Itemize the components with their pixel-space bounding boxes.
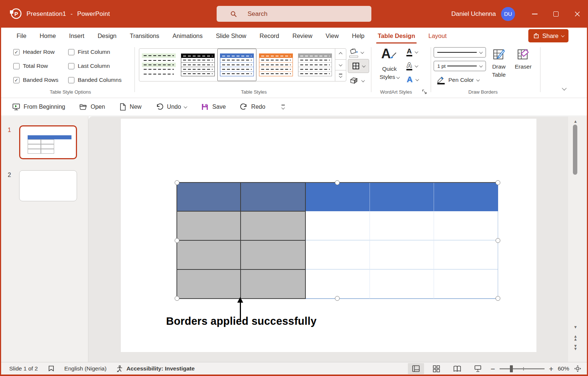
total-row-checkbox[interactable] [13, 63, 20, 69]
quick-styles-button[interactable]: A [379, 47, 400, 60]
search-input[interactable]: Search [217, 6, 371, 22]
reading-view-button[interactable] [449, 363, 465, 374]
accessibility-status[interactable]: Accessibility: Investigate [116, 365, 195, 372]
gallery-scroll-down-button[interactable] [335, 60, 346, 71]
last-column-checkbox[interactable] [68, 63, 74, 69]
table-style-light-green[interactable] [139, 49, 178, 81]
resize-handle-bottom-right[interactable] [496, 296, 500, 301]
text-outline-button[interactable]: A [406, 62, 418, 70]
tab-insert[interactable]: Insert [63, 28, 91, 44]
wordart-dialog-launcher-icon[interactable] [422, 89, 427, 94]
eraser-button[interactable]: Eraser [512, 48, 534, 71]
from-beginning-icon [12, 103, 20, 111]
maximize-button[interactable] [545, 0, 567, 28]
tab-slide-show[interactable]: Slide Show [209, 28, 253, 44]
scrollbar-thumb[interactable] [573, 125, 577, 175]
tab-review[interactable]: Review [286, 28, 319, 44]
normal-view-button[interactable] [408, 363, 424, 374]
banded-columns-checkbox[interactable] [68, 77, 74, 83]
undo-button[interactable]: Undo [155, 103, 187, 111]
slide-sorter-view-button[interactable] [428, 363, 445, 374]
zoom-in-button[interactable]: + [549, 365, 553, 373]
table-style-dark-black[interactable] [178, 49, 217, 81]
zoom-slider[interactable] [500, 368, 545, 369]
user-name[interactable]: Daniel Uchenna [451, 10, 496, 18]
resize-handle-top-center[interactable] [335, 180, 340, 185]
qat-overflow-button[interactable] [281, 105, 285, 109]
undo-chevron-icon[interactable] [184, 105, 188, 108]
zoom-out-button[interactable]: − [490, 365, 495, 373]
table-style-medium-orange[interactable] [256, 49, 295, 81]
effects-chevron-icon [361, 79, 365, 82]
table-style-medium-gray[interactable] [295, 49, 335, 81]
minimize-button[interactable] [524, 0, 545, 28]
resize-handle-middle-left[interactable] [175, 238, 179, 243]
tab-home[interactable]: Home [33, 28, 63, 44]
tab-file[interactable]: File [10, 28, 33, 44]
option-header-row[interactable]: ✓ Header Row [13, 49, 55, 55]
pen-color-button[interactable]: Pen Color [436, 75, 479, 85]
first-column-checkbox[interactable] [68, 49, 74, 55]
undo-icon [155, 103, 164, 111]
tab-layout[interactable]: Layout [422, 28, 454, 44]
close-button[interactable] [567, 0, 588, 28]
tab-view[interactable]: View [319, 28, 345, 44]
zoom-level[interactable]: 60% [558, 365, 569, 372]
tab-record[interactable]: Record [253, 28, 286, 44]
from-beginning-button[interactable]: From Beginning [12, 103, 65, 111]
draw-table-button[interactable]: Draw Table [488, 48, 510, 79]
spell-check-icon[interactable] [48, 365, 55, 372]
banded-rows-checkbox[interactable]: ✓ [13, 77, 20, 83]
gallery-scroll-up-button[interactable] [335, 49, 346, 60]
option-banded-rows[interactable]: ✓ Banded Rows [13, 77, 59, 83]
border-weight-select[interactable]: 1 pt [434, 61, 486, 71]
shading-button[interactable] [349, 48, 364, 58]
zoom-slider-thumb[interactable] [510, 365, 513, 372]
new-button[interactable]: New [119, 103, 141, 111]
option-total-row[interactable]: Total Row [13, 63, 48, 69]
table-style-medium-blue-selected[interactable] [217, 49, 256, 81]
text-effects-button[interactable]: A [406, 76, 419, 84]
effects-button[interactable] [349, 76, 364, 85]
table-header-cells[interactable] [305, 182, 498, 211]
resize-handle-middle-right[interactable] [496, 238, 500, 243]
redo-button[interactable]: Redo [240, 103, 265, 111]
slide-indicator[interactable]: Slide 1 of 2 [9, 365, 38, 372]
resize-handle-top-left[interactable] [175, 180, 179, 185]
header-row-checkbox[interactable]: ✓ [13, 49, 20, 55]
next-slide-icon[interactable]: ▼▼ [571, 344, 580, 350]
resize-handle-bottom-center[interactable] [335, 296, 340, 301]
border-style-select[interactable] [434, 47, 486, 58]
text-fill-button[interactable]: A [406, 48, 418, 56]
text-fill-icon: A [406, 48, 412, 56]
tab-table-design[interactable]: Table Design [371, 28, 421, 44]
option-first-column[interactable]: First Column [68, 49, 110, 55]
open-button[interactable]: Open [79, 103, 105, 111]
tab-help[interactable]: Help [345, 28, 371, 44]
slide-1-thumbnail[interactable] [19, 125, 77, 159]
share-button[interactable]: Share [528, 29, 568, 42]
scroll-down-icon[interactable]: ▼ [571, 325, 580, 329]
scroll-up-icon[interactable]: ▲ [571, 119, 580, 123]
tab-animations[interactable]: Animations [166, 28, 209, 44]
option-banded-columns[interactable]: Banded Columns [68, 77, 122, 83]
option-last-column[interactable]: Last Column [68, 63, 110, 69]
borders-button[interactable] [348, 59, 369, 73]
language-status[interactable]: English (Nigeria) [64, 365, 107, 372]
ribbon-tab-bar: File Home Insert Design Transitions Anim… [1, 28, 587, 44]
tab-design[interactable]: Design [91, 28, 123, 44]
save-button[interactable]: Save [201, 103, 225, 111]
previous-slide-icon[interactable]: ▲▲ [571, 335, 580, 341]
slide-show-button[interactable] [470, 363, 486, 374]
annotation-text: Borders applied successfully [155, 315, 328, 327]
powerpoint-logo-icon[interactable]: P [9, 7, 23, 21]
resize-handle-top-right[interactable] [496, 180, 500, 185]
collapse-ribbon-icon[interactable] [562, 86, 567, 91]
avatar[interactable]: DU [501, 7, 515, 21]
slide-2-thumbnail[interactable] [19, 170, 77, 201]
tab-transitions[interactable]: Transitions [123, 28, 166, 44]
gallery-more-button[interactable] [335, 70, 346, 81]
fit-to-window-icon[interactable] [574, 365, 582, 373]
quick-styles-label[interactable]: Quick Styles [376, 65, 403, 81]
resize-handle-bottom-left[interactable] [175, 296, 179, 301]
